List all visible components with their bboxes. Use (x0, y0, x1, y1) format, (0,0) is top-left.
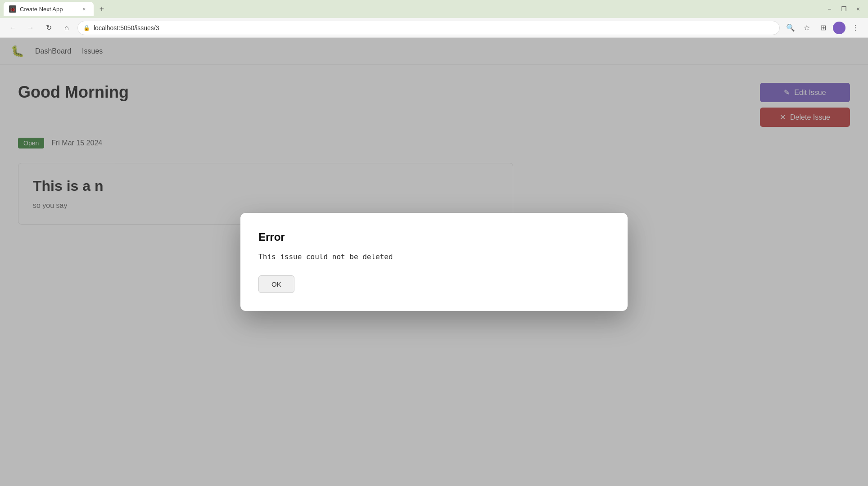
modal-ok-button[interactable]: OK (258, 275, 294, 293)
profile-icon[interactable] (832, 21, 846, 35)
menu-icon[interactable]: ⋮ (848, 21, 863, 35)
modal-message: This issue could not be deleted (258, 252, 610, 261)
tab-title: Create Next App (20, 6, 77, 13)
tab-favicon: 🐞 (9, 5, 16, 13)
back-button[interactable]: ← (5, 21, 20, 35)
restore-button[interactable]: ❐ (837, 3, 850, 15)
window-controls: − ❐ × (823, 3, 864, 15)
address-lock-icon: 🔒 (83, 25, 90, 31)
address-url: localhost:5050/issues/3 (94, 24, 159, 32)
modal-title: Error (258, 231, 610, 243)
browser-toolbar: ← → ↻ ⌂ 🔒 localhost:5050/issues/3 🔍 ☆ ⊞ … (0, 18, 868, 38)
extensions-icon[interactable]: ⊞ (816, 21, 830, 35)
page-content: 🐛 DashBoard Issues Good Morning ✎ Edit I… (0, 38, 868, 486)
modal-backdrop: Error This issue could not be deleted OK (0, 38, 868, 486)
minimize-button[interactable]: − (823, 3, 836, 15)
tab-bar: 🐞 Create Next App × + (4, 0, 108, 18)
active-tab[interactable]: 🐞 Create Next App × (4, 2, 94, 16)
browser-chrome: 🐞 Create Next App × + − ❐ × ← → ↻ ⌂ 🔒 lo… (0, 0, 868, 38)
reload-button[interactable]: ↻ (41, 21, 56, 35)
address-bar[interactable]: 🔒 localhost:5050/issues/3 (77, 21, 780, 35)
close-button[interactable]: × (852, 3, 864, 15)
toolbar-actions: 🔍 ☆ ⊞ ⋮ (783, 21, 863, 35)
browser-titlebar: 🐞 Create Next App × + − ❐ × (0, 0, 868, 18)
tab-close-button[interactable]: × (80, 5, 88, 13)
home-button[interactable]: ⌂ (59, 21, 74, 35)
forward-button[interactable]: → (23, 21, 38, 35)
avatar[interactable] (833, 22, 845, 34)
zoom-icon[interactable]: 🔍 (783, 21, 798, 35)
error-modal: Error This issue could not be deleted OK (240, 213, 628, 311)
bookmark-icon[interactable]: ☆ (800, 21, 814, 35)
new-tab-button[interactable]: + (95, 3, 108, 15)
